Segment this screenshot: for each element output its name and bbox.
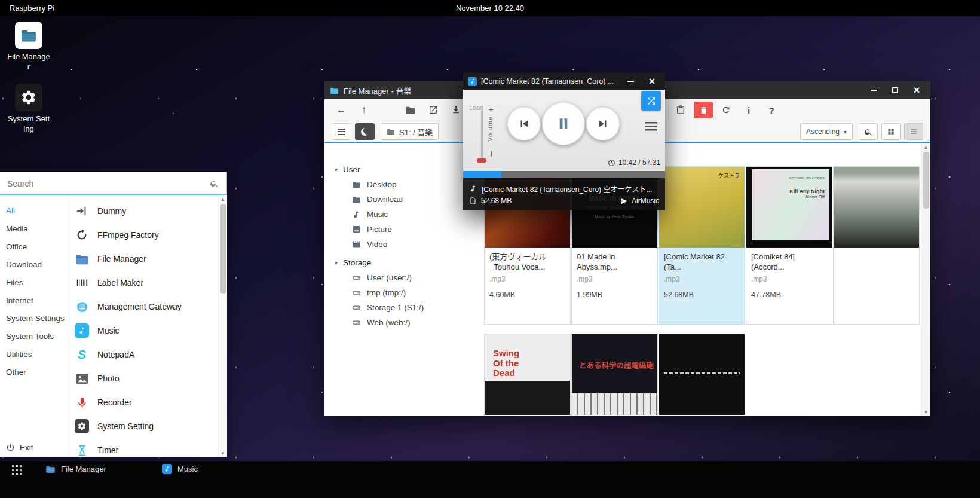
category-item-files[interactable]: Files (0, 273, 68, 291)
open-external-button[interactable] (424, 102, 443, 118)
next-track-button[interactable] (586, 107, 620, 140)
nav-item-tmp-drive[interactable]: tmp (tmp:/) (335, 285, 468, 300)
menu-button[interactable] (332, 123, 351, 140)
info-button[interactable]: i (739, 102, 758, 118)
nav-item-user-drive[interactable]: User (user:/) (335, 270, 468, 285)
app-item-file-manager[interactable]: File Manager (68, 247, 218, 271)
scrollbar-thumb[interactable] (923, 152, 929, 209)
exit-button[interactable]: Exit (6, 443, 33, 452)
category-item-system-settings[interactable]: System Settings (0, 309, 68, 327)
category-item-all[interactable]: All (0, 201, 68, 219)
scroll-down-icon[interactable]: ▼ (220, 451, 225, 456)
app-item-notepada[interactable]: S NotepadA (68, 343, 218, 366)
topbar-clock[interactable]: November 10 22:40 (456, 4, 524, 13)
file-card[interactable]: とある科学の超電磁砲 (571, 334, 658, 416)
search-button[interactable] (859, 123, 878, 140)
maximize-button[interactable] (889, 84, 901, 96)
app-item-timer[interactable]: Timer (68, 438, 218, 457)
close-button[interactable]: × (646, 75, 658, 87)
help-button[interactable]: ? (762, 102, 781, 118)
app-item-label-maker[interactable]: Label Maker (68, 271, 218, 295)
category-item-download[interactable]: Download (0, 255, 68, 273)
nav-item-desktop[interactable]: Desktop (335, 177, 468, 192)
taskbar-item-music[interactable]: Music (154, 462, 270, 477)
category-item-other[interactable]: Other (0, 363, 68, 381)
app-menu-scrollbar[interactable]: ▲ ▼ (218, 195, 227, 457)
sort-select[interactable]: Ascending ▾ (800, 123, 853, 140)
volume-up-icon[interactable]: + (488, 104, 494, 114)
file-card[interactable] (833, 166, 920, 325)
shuffle-button[interactable] (641, 91, 661, 111)
scroll-up-icon[interactable]: ▲ (220, 197, 225, 202)
paste-button[interactable] (671, 102, 690, 118)
photo-icon (74, 371, 90, 386)
track-title-row: [Comic Market 82 (Tamaonsen_Coro) 空オーケスト… (469, 184, 659, 194)
volume-slider-thumb[interactable] (477, 158, 486, 163)
file-card-selected[interactable]: ケストラ [Comic Market 82 (Ta... .mp3 52.68M… (659, 166, 745, 325)
category-item-internet[interactable]: Internet (0, 291, 68, 309)
file-list-scrollbar[interactable]: ▲ ▼ (921, 143, 930, 416)
nav-item-picture[interactable]: Picture (335, 222, 468, 237)
nav-item-download[interactable]: Download (335, 192, 468, 207)
nav-item-video[interactable]: Video (335, 237, 468, 252)
back-button[interactable]: ← (332, 102, 351, 118)
app-item-dummy[interactable]: Dummy (68, 199, 218, 223)
nav-section-storage[interactable]: ▾ Storage (335, 255, 468, 270)
search-box[interactable] (0, 172, 227, 195)
scroll-up-icon[interactable]: ▲ (924, 145, 929, 150)
file-name: [Comiket 84] (Accord... (746, 248, 832, 274)
volume-slider[interactable] (481, 110, 483, 161)
scroll-down-icon[interactable]: ▼ (924, 410, 929, 415)
desktop-icon-file-manager[interactable]: File Manager (5, 22, 53, 72)
list-view-icon (909, 127, 918, 136)
nav-item-music[interactable]: Music (335, 207, 468, 222)
file-card[interactable] (659, 334, 745, 416)
app-item-music[interactable]: Music (68, 319, 218, 343)
pause-button[interactable] (542, 102, 585, 145)
category-item-media[interactable]: Media (0, 219, 68, 237)
nav-section-user[interactable]: ▾ User (335, 161, 468, 177)
category-item-office[interactable]: Office (0, 237, 68, 255)
taskbar-item-file-manager[interactable]: File Manager (37, 462, 154, 477)
app-launcher-button[interactable] (5, 462, 26, 476)
nav-item-web-drive[interactable]: Web (web:/) (335, 315, 468, 330)
progress-bar[interactable] (463, 171, 665, 178)
minimize-button[interactable] (624, 75, 636, 87)
category-item-utilities[interactable]: Utilities (0, 345, 68, 363)
music-player-titlebar[interactable]: [Comic Market 82 (Tamaonsen_Coro) ... × (463, 73, 665, 90)
nav-item-label: Download (367, 195, 403, 204)
previous-icon (517, 117, 531, 130)
delete-button[interactable] (694, 102, 713, 118)
shuffle-icon (646, 96, 657, 106)
app-label: Music (97, 326, 120, 335)
refresh-button[interactable] (716, 102, 736, 118)
nav-item-label: User (user:/) (367, 273, 412, 282)
category-item-system-tools[interactable]: System Tools (0, 327, 68, 345)
exit-label: Exit (20, 443, 33, 452)
dark-mode-button[interactable] (355, 123, 375, 140)
file-card[interactable]: Swing Of the Dead (484, 334, 571, 416)
music-player-window: [Comic Market 82 (Tamaonsen_Coro) ... × … (463, 73, 665, 210)
gear-icon (74, 418, 90, 434)
desktop-icon-system-setting[interactable]: System Setting (5, 84, 53, 135)
app-item-management-gateway[interactable]: Management Gateway (68, 295, 218, 319)
minimize-button[interactable] (868, 84, 880, 96)
grid-view-button[interactable] (881, 123, 901, 140)
breadcrumb[interactable]: S1: / 音樂 (381, 123, 439, 140)
up-button[interactable]: ↑ (354, 102, 373, 118)
close-button[interactable]: × (911, 84, 923, 96)
file-card[interactable]: ACCORD ON CODES Kill Any Night Moon Off … (746, 166, 832, 325)
app-item-recorder[interactable]: Recorder (68, 390, 218, 414)
output-device[interactable]: AirMusic (620, 197, 659, 205)
app-item-ffmpeg-factory[interactable]: FFmpeg Factory (68, 223, 218, 247)
previous-track-button[interactable] (507, 107, 541, 140)
list-view-button[interactable] (904, 123, 923, 140)
scrollbar-thumb[interactable] (220, 204, 226, 294)
nav-item-storage1-drive[interactable]: Storage 1 (S1:/) (335, 300, 468, 315)
new-folder-button[interactable] (401, 102, 420, 118)
taskbar: File Manager Music (0, 461, 980, 498)
app-item-photo[interactable]: Photo (68, 366, 218, 390)
player-menu-button[interactable] (645, 122, 657, 131)
app-item-system-setting[interactable]: System Setting (68, 414, 218, 438)
search-input[interactable] (7, 179, 210, 188)
